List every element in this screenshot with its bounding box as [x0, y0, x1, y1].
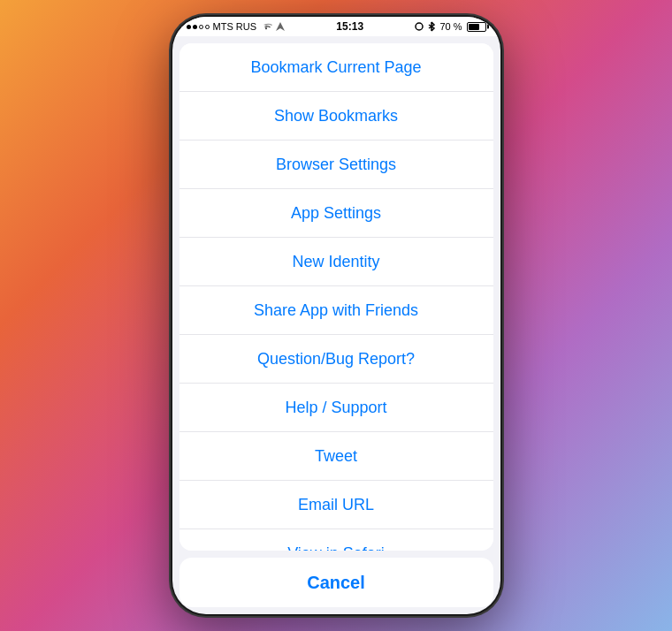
status-right: 70 %	[415, 21, 485, 32]
cancel-sheet: Cancel	[179, 558, 493, 607]
screen-record-icon	[415, 22, 424, 31]
signal-dots	[187, 25, 210, 29]
menu-item-help-support[interactable]: Help / Support	[179, 384, 493, 432]
phone-frame: MTS RUS 15:13	[171, 15, 502, 616]
menu-item-show-bookmarks[interactable]: Show Bookmarks	[179, 92, 493, 141]
bluetooth-icon	[428, 21, 435, 32]
menu-item-label-tweet: Tweet	[315, 447, 357, 466]
screen: MTS RUS 15:13	[172, 17, 500, 614]
battery-percentage: 70 %	[439, 21, 462, 32]
battery-icon	[467, 22, 486, 32]
menu-item-label-app-settings: App Settings	[291, 204, 381, 223]
menu-item-bookmark-current[interactable]: Bookmark Current Page	[179, 43, 493, 92]
dot1	[187, 25, 191, 29]
status-bar: MTS RUS 15:13	[172, 17, 500, 36]
menu-item-label-bookmark-current: Bookmark Current Page	[250, 58, 421, 77]
status-left: MTS RUS	[187, 21, 286, 32]
menu-item-app-settings[interactable]: App Settings	[179, 189, 493, 238]
menu-item-label-email-url: Email URL	[298, 496, 374, 514]
cancel-button[interactable]: Cancel	[179, 558, 493, 607]
carrier-label: MTS RUS	[213, 21, 257, 32]
menu-item-tweet[interactable]: Tweet	[179, 432, 493, 481]
menu-item-browser-settings[interactable]: Browser Settings	[179, 141, 493, 189]
menu-item-label-bug-report: Question/Bug Report?	[257, 350, 415, 369]
wifi-icon	[260, 22, 272, 31]
svg-point-0	[416, 23, 423, 30]
dot2	[193, 25, 197, 29]
menu-item-label-show-bookmarks: Show Bookmarks	[274, 107, 398, 125]
menu-item-bug-report[interactable]: Question/Bug Report?	[179, 335, 493, 384]
time-display: 15:13	[336, 20, 363, 33]
menu-item-label-share-app: Share App with Friends	[254, 301, 418, 320]
menu-item-label-browser-settings: Browser Settings	[276, 156, 396, 174]
battery-fill	[469, 24, 480, 30]
menu-item-share-app[interactable]: Share App with Friends	[179, 286, 493, 335]
menu-item-view-safari[interactable]: View in Safari	[179, 529, 493, 551]
menu-item-label-help-support: Help / Support	[285, 399, 386, 417]
dot3	[199, 25, 203, 29]
menu-item-label-new-identity: New Identity	[292, 253, 379, 271]
menu-item-new-identity[interactable]: New Identity	[179, 238, 493, 286]
dot4	[205, 25, 210, 29]
location-icon	[276, 22, 285, 31]
menu-item-email-url[interactable]: Email URL	[179, 481, 493, 529]
battery-body	[467, 22, 486, 32]
cancel-label: Cancel	[307, 573, 365, 593]
content-area: Bookmark Current PageShow BookmarksBrows…	[172, 36, 500, 614]
menu-sheet: Bookmark Current PageShow BookmarksBrows…	[179, 43, 493, 551]
menu-item-label-view-safari: View in Safari	[287, 544, 385, 551]
